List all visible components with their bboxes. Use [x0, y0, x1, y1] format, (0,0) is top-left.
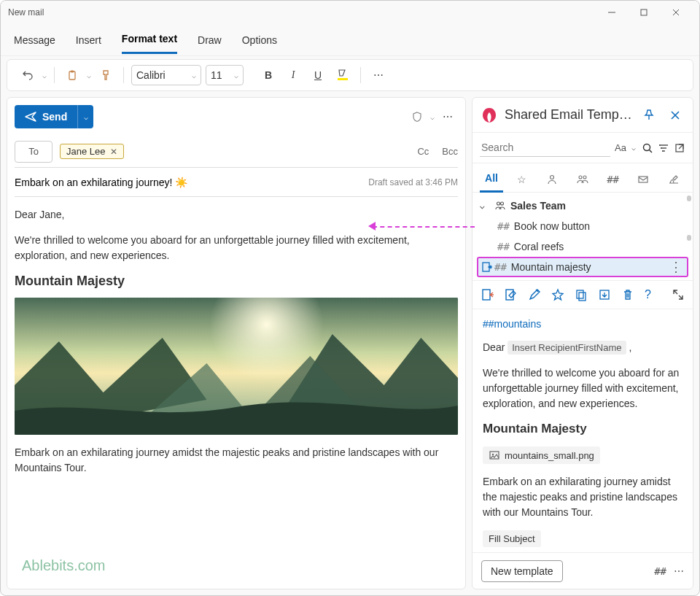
close-button[interactable] [660, 1, 692, 23]
italic-button[interactable]: I [283, 65, 303, 85]
preview-heading: Mountain Majesty [483, 422, 682, 436]
text-size-button[interactable]: Aa [615, 139, 626, 158]
compose-more-button[interactable]: ⋯ [438, 107, 458, 127]
to-button[interactable]: To [15, 141, 52, 163]
send-button[interactable]: Send [15, 111, 77, 123]
preview-body: Embark on an exhilarating journey amidst… [483, 474, 682, 520]
ablebits-logo-icon [480, 106, 499, 125]
preview-intro: We're thrilled to welcome you aboard for… [483, 365, 682, 411]
tab-draw[interactable]: Draw [198, 27, 222, 53]
paste-button[interactable] [62, 65, 82, 85]
underline-button[interactable]: U [308, 65, 328, 85]
svg-point-21 [497, 202, 500, 205]
format-painter-button[interactable] [96, 65, 116, 85]
encryption-button[interactable] [407, 107, 427, 127]
filter-signature[interactable] [662, 166, 685, 193]
panel-close-icon[interactable] [665, 105, 685, 125]
maximize-button[interactable] [628, 1, 660, 23]
sort-button[interactable] [658, 139, 669, 158]
template-tag: ##mountains [483, 318, 682, 330]
svg-point-30 [492, 454, 494, 455]
pin-icon[interactable] [639, 105, 659, 125]
tab-options[interactable]: Options [242, 27, 277, 53]
search-input[interactable] [480, 139, 610, 157]
email-body[interactable]: Dear Jane, We're thrilled to welcome you… [15, 197, 458, 581]
tree-item-book-now[interactable]: ## Book now button [477, 216, 688, 236]
svg-point-22 [501, 202, 504, 205]
svg-point-17 [551, 175, 554, 179]
svg-point-15 [662, 150, 664, 152]
highlight-button[interactable] [332, 65, 353, 85]
tree-item-coral-reefs[interactable]: ## Coral reefs [477, 236, 688, 257]
shortcut-icon: ## [494, 261, 507, 273]
search-dropdown-icon[interactable]: ⌵ [631, 139, 637, 158]
subject-input[interactable] [15, 177, 368, 188]
svg-point-13 [659, 144, 661, 146]
send-button-label: Send [42, 111, 67, 123]
email-heading: Mountain Majesty [15, 274, 458, 289]
bcc-button[interactable]: Bcc [442, 146, 458, 157]
svg-rect-5 [71, 71, 74, 73]
search-icon[interactable] [642, 139, 653, 158]
expand-icon[interactable] [672, 287, 685, 303]
bold-button[interactable]: B [258, 65, 279, 85]
filter-person[interactable] [540, 166, 564, 193]
font-size-select[interactable]: 11 ⌵ [206, 65, 244, 85]
new-template-button[interactable]: New template [481, 560, 563, 582]
footer-shortcuts-icon[interactable]: ## [654, 565, 666, 577]
image-icon [489, 449, 500, 461]
tab-format-text[interactable]: Format text [122, 26, 177, 54]
paste-template-icon[interactable] [481, 287, 494, 303]
tab-insert[interactable]: Insert [76, 27, 101, 53]
insert-macro-chip[interactable]: Insert RecipientFirstName [508, 341, 626, 355]
filter-favorites[interactable]: ☆ [510, 166, 534, 193]
email-body-text: Embark on an exhilarating journey amidst… [15, 445, 458, 476]
footer-more-icon[interactable]: ⋯ [674, 565, 684, 577]
cc-button[interactable]: Cc [417, 146, 429, 157]
fill-subject-chip[interactable]: Fill Subject [483, 530, 541, 547]
svg-point-19 [583, 176, 586, 179]
insert-template-icon [481, 261, 493, 273]
font-size-value: 11 [211, 69, 231, 81]
svg-point-18 [579, 176, 582, 179]
minimize-button[interactable] [596, 1, 628, 23]
email-greeting: Dear Jane, [15, 207, 458, 222]
email-intro: We're thrilled to welcome you aboard for… [15, 233, 458, 263]
filter-mail[interactable] [631, 166, 655, 193]
team-icon [494, 200, 506, 212]
more-formatting-button[interactable]: ⋯ [368, 65, 389, 85]
edit-in-editor-icon[interactable] [505, 287, 518, 303]
help-icon[interactable]: ? [645, 287, 651, 303]
recipient-chip[interactable]: Jane Lee ✕ [60, 144, 124, 159]
attachment-name: mountains_small.png [505, 450, 594, 461]
undo-button[interactable] [18, 65, 38, 85]
send-dropdown[interactable]: ⌵ [77, 105, 93, 128]
attachment-chip[interactable]: mountains_small.png [483, 446, 600, 464]
svg-rect-24 [483, 290, 490, 300]
tree-folder-sales-team[interactable]: ⌵ Sales Team [477, 196, 688, 216]
filter-shortcuts[interactable]: ## [602, 166, 625, 193]
tab-message[interactable]: Message [14, 27, 55, 53]
panel-title: Shared Email Temp… [505, 107, 633, 123]
tree-folder-label: Sales Team [510, 200, 685, 212]
svg-rect-1 [641, 9, 647, 15]
import-icon[interactable] [598, 287, 611, 303]
filter-all[interactable]: All [480, 166, 503, 193]
svg-line-12 [650, 150, 653, 152]
copy-icon[interactable] [575, 287, 588, 303]
filter-team[interactable] [571, 166, 594, 193]
font-name-select[interactable]: Calibri ⌵ [131, 65, 201, 85]
chip-remove-icon[interactable]: ✕ [110, 147, 117, 157]
svg-rect-6 [338, 78, 348, 80]
delete-icon[interactable] [621, 287, 634, 303]
edit-icon[interactable] [528, 287, 541, 303]
tree-item-mountain-majesty[interactable]: ## Mountain majesty ⋮ [477, 257, 688, 277]
svg-rect-20 [639, 177, 648, 182]
shortcut-icon: ## [497, 241, 510, 252]
svg-rect-26 [577, 290, 583, 298]
to-button-label: To [28, 146, 39, 157]
svg-rect-27 [579, 293, 586, 301]
svg-rect-4 [69, 71, 75, 80]
favorite-icon[interactable] [551, 287, 564, 303]
open-external-icon[interactable] [674, 139, 685, 158]
